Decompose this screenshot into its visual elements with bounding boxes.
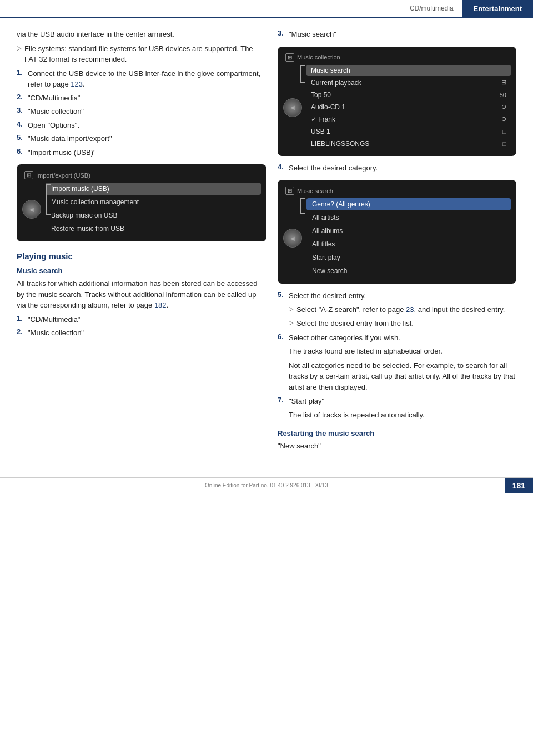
- step-1-num: 1.: [17, 68, 24, 90]
- arrow-text-sub1: Select "A-Z search", refer to page 23, a…: [296, 304, 505, 315]
- step-3-left-num: 3.: [17, 106, 24, 117]
- bracket-search: [300, 198, 305, 214]
- right-step-3-text: "Music search": [289, 29, 336, 40]
- right-step-4: 4. Select the desired category.: [278, 163, 516, 174]
- step6-body2: Not all categories need to be selected. …: [278, 360, 516, 393]
- search-item-all-artists: All artists: [306, 211, 511, 224]
- step-6-left-text: "Import music (USB)": [28, 147, 96, 158]
- step7-body-text: The list of tracks is repeated automatic…: [289, 410, 516, 421]
- restarting-body: "New search": [278, 441, 516, 452]
- music-search-subheading: Music search: [17, 266, 266, 275]
- bracket-indicator: [46, 184, 51, 215]
- music-step-2-num: 2.: [17, 327, 24, 339]
- right-step-6-num: 6.: [278, 332, 285, 344]
- right-step-4-num: 4.: [278, 163, 285, 174]
- car-ui-nav-import: ◀: [22, 200, 41, 219]
- footer: Online Edition for Part no. 01 40 2 926 …: [0, 477, 533, 493]
- link-23[interactable]: 23: [406, 305, 414, 314]
- collection-item-music-search: Music search: [306, 65, 511, 76]
- car-ui-nav-search: ◀: [283, 229, 302, 248]
- menu-item-backup-usb: Backup music on USB: [46, 209, 261, 221]
- right-column: 3. "Music search" ⊞ Music collection ◀ M…: [278, 29, 516, 455]
- car-ui-menu-import: Import music (USB) Music collection mana…: [46, 183, 261, 236]
- car-ui-icon-search: ⊞: [285, 187, 294, 195]
- right-step-6: 6. Select other categories if you wish.: [278, 332, 516, 344]
- car-ui-nav-collection: ◀: [283, 98, 302, 117]
- right-step-7-num: 7.: [278, 396, 285, 407]
- header-cd-label: CD/multimedia: [401, 0, 462, 17]
- right-step-7-text: "Start play": [289, 396, 324, 407]
- page-header: CD/multimedia Entertainment: [0, 0, 533, 18]
- collection-item-audio-cd: Audio-CD 1 ⊙: [306, 102, 511, 113]
- step-4-left: 4. Open "Options".: [17, 120, 266, 131]
- step-1: 1. Connect the USB device to the USB int…: [17, 68, 266, 90]
- right-step-5: 5. Select the desired entry.: [278, 290, 516, 301]
- step-3-left-text: "Music collection": [28, 106, 84, 117]
- collection-right-top50: 50: [500, 92, 506, 98]
- playing-music-heading: Playing music: [17, 251, 266, 261]
- link-123[interactable]: 123: [71, 80, 83, 88]
- collection-label-current-playback: Current playback: [311, 79, 361, 87]
- right-step-6-text: Select other categories if you wish.: [289, 332, 400, 344]
- collection-right-audio-cd: ⊙: [501, 103, 506, 110]
- music-step-2-text: "Music collection": [28, 327, 84, 339]
- right-step-7: 7. "Start play": [278, 396, 516, 407]
- collection-right-frank: ⊙: [501, 115, 506, 123]
- collection-right-usb1: □: [502, 128, 506, 135]
- step-2-num: 2.: [17, 93, 24, 104]
- step7-body: The list of tracks is repeated automatic…: [278, 410, 516, 421]
- right-step-3-num: 3.: [278, 29, 285, 40]
- right-step-4-text: Select the desired category.: [289, 163, 378, 174]
- step6-body: The tracks found are listed in alphabeti…: [278, 346, 516, 357]
- search-item-new-search: New search: [306, 265, 511, 277]
- car-ui-title-search: Music search: [297, 188, 333, 194]
- collection-label-lieblingssongs: LIEBLINGSSONGS: [311, 140, 369, 148]
- step-1-text: Connect the USB device to the USB inter‐…: [28, 68, 266, 90]
- page-body: via the USB audio interface in the cente…: [0, 18, 533, 466]
- restarting-heading: Restarting the music search: [278, 429, 516, 437]
- step5-sub-items: ▷ Select "A-Z search", refer to page 23,…: [278, 304, 516, 329]
- car-ui-import-export: ⊞ Import/export (USB) ◀ Import music (US…: [17, 164, 266, 241]
- menu-item-restore-usb: Restore music from USB: [46, 223, 261, 235]
- car-ui-menu-search: Genre? (All genres) All artists All albu…: [306, 198, 511, 278]
- car-ui-icon-collection: ⊞: [285, 53, 294, 62]
- arrow-item-filesystems: ▷ File systems: standard file systems fo…: [17, 43, 266, 65]
- arrow-text-sub2: Select the desired entry from the list.: [296, 318, 414, 329]
- collection-label-frank: ✓ Frank: [311, 115, 335, 123]
- arrow-icon-sub1: ▷: [289, 305, 293, 315]
- header-entertainment-label: Entertainment: [462, 0, 533, 17]
- search-item-all-titles: All titles: [306, 238, 511, 250]
- collection-label-music-search: Music search: [311, 67, 350, 74]
- collection-item-lieblingssongs: LIEBLINGSSONGS □: [306, 138, 511, 149]
- step-5-left: 5. "Music data import/export": [17, 133, 266, 144]
- collection-right-lieblingssongs: □: [502, 140, 506, 147]
- intro-line-1: via the USB audio interface in the cente…: [17, 29, 266, 40]
- collection-item-usb1: USB 1 □: [306, 126, 511, 137]
- arrow-text-filesystems: File systems: standard file systems for …: [24, 43, 266, 65]
- car-ui-title-collection: Music collection: [297, 54, 340, 61]
- arrow-icon: ▷: [17, 44, 21, 65]
- search-item-genre: Genre? (All genres): [306, 198, 511, 210]
- music-step-1-text: "CD/Multimedia": [28, 314, 80, 325]
- step5-sub-1: ▷ Select "A-Z search", refer to page 23,…: [289, 304, 516, 315]
- step-4-left-text: Open "Options".: [28, 120, 79, 131]
- search-item-all-albums: All albums: [306, 225, 511, 237]
- step-4-left-num: 4.: [17, 120, 24, 131]
- step-2-text: "CD/Multimedia": [28, 93, 80, 104]
- left-column: via the USB audio interface in the cente…: [17, 29, 266, 455]
- link-182[interactable]: 182: [154, 301, 167, 309]
- music-search-body: All tracks for which additional informat…: [17, 278, 266, 311]
- menu-item-import-usb: Import music (USB): [46, 183, 261, 195]
- collection-right-current-playback: ⊞: [501, 79, 506, 86]
- step-3-left: 3. "Music collection": [17, 106, 266, 117]
- step6-body-2: Not all categories need to be selected. …: [289, 360, 516, 393]
- car-ui-music-search: ⊞ Music search ◀ Genre? (All genres) All…: [278, 180, 516, 284]
- step-2: 2. "CD/Multimedia": [17, 93, 266, 104]
- car-ui-icon-import: ⊞: [24, 171, 33, 179]
- footer-text: Online Edition for Part no. 01 40 2 926 …: [205, 482, 328, 488]
- step-6-left: 6. "Import music (USB)": [17, 147, 266, 158]
- arrow-icon-sub2: ▷: [289, 319, 293, 329]
- car-ui-title-import: Import/export (USB): [36, 172, 90, 179]
- music-step-2: 2. "Music collection": [17, 327, 266, 339]
- step-6-left-num: 6.: [17, 147, 24, 158]
